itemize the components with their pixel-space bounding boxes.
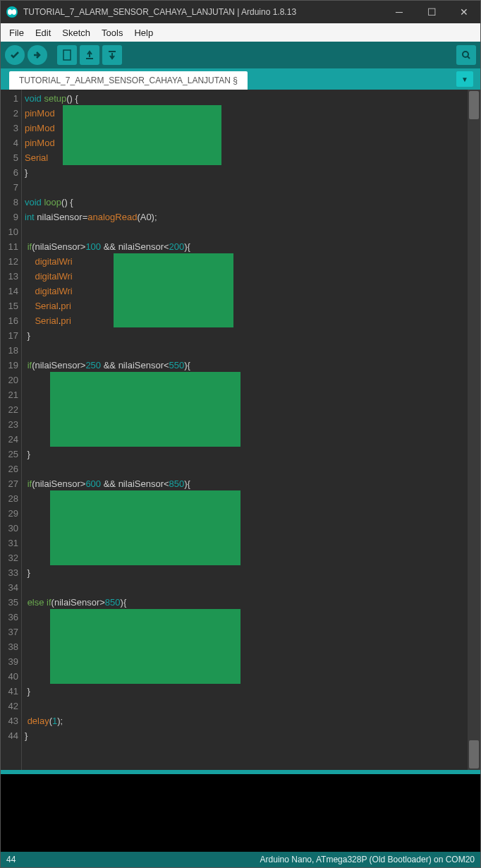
- status-board-info: Arduino Nano, ATmega328P (Old Bootloader…: [260, 855, 475, 864]
- close-button[interactable]: ✕: [448, 1, 480, 23]
- redaction-block: [63, 105, 221, 165]
- code-line: void loop() {: [25, 195, 480, 210]
- scrollbar[interactable]: [468, 90, 480, 770]
- redaction-block: [50, 609, 240, 684]
- scroll-thumb-bottom[interactable]: [469, 740, 479, 768]
- code-line: if(nilaiSensor>100 && nilaiSensor<200){: [25, 239, 480, 254]
- code-line: delay(1);: [25, 713, 480, 728]
- code-line: [25, 180, 480, 195]
- svg-rect-2: [109, 51, 116, 52]
- code-line: }: [25, 728, 480, 743]
- toolbar: [1, 42, 480, 68]
- code-line: }: [25, 165, 480, 180]
- sketch-tab[interactable]: TUTORIAL_7_ALARM_SENSOR_CAHAYA_LANJUTAN …: [9, 71, 248, 90]
- code-line: if(nilaiSensor>250 && nilaiSensor<550){: [25, 358, 480, 373]
- code-line: if(nilaiSensor>600 && nilaiSensor<850){: [25, 476, 480, 491]
- status-line-number: 44: [6, 855, 16, 864]
- console-output: [1, 774, 480, 852]
- tabbar: TUTORIAL_7_ALARM_SENSOR_CAHAYA_LANJUTAN …: [1, 68, 480, 90]
- code-line: [25, 462, 480, 476]
- code-line: void setup() {: [25, 91, 480, 106]
- menubar: File Edit Sketch Tools Help: [1, 23, 480, 42]
- menu-file[interactable]: File: [4, 25, 30, 41]
- code-line: }: [25, 328, 480, 343]
- code-line: digitalWri: [25, 269, 480, 284]
- save-button[interactable]: [102, 45, 122, 65]
- window-title: TUTORIAL_7_ALARM_SENSOR_CAHAYA_LANJUTAN …: [23, 7, 383, 17]
- tab-menu-button[interactable]: ▼: [456, 71, 473, 87]
- editor: 1234567891011121314151617181920212223242…: [1, 90, 480, 770]
- open-button[interactable]: [80, 45, 99, 65]
- upload-button[interactable]: [28, 45, 47, 65]
- code-line: [25, 580, 480, 595]
- code-line: [25, 343, 480, 358]
- code-line: }: [25, 565, 480, 580]
- code-line: else if(nilaiSensor>850){: [25, 595, 480, 610]
- code-line: int nilaiSensor=analogRead(A0);: [25, 210, 480, 224]
- redaction-block: [50, 490, 240, 565]
- minimize-button[interactable]: ─: [383, 1, 415, 23]
- code-line: digitalWri: [25, 254, 480, 269]
- redaction-block: [50, 372, 240, 447]
- code-line: digitalWri: [25, 284, 480, 299]
- svg-rect-0: [63, 50, 71, 60]
- serial-monitor-button[interactable]: [456, 45, 476, 65]
- arduino-logo-icon: [6, 6, 18, 18]
- menu-tools[interactable]: Tools: [96, 25, 128, 41]
- code-line: Serial.pri );: [25, 299, 480, 313]
- titlebar: TUTORIAL_7_ALARM_SENSOR_CAHAYA_LANJUTAN …: [1, 1, 480, 23]
- line-gutter: 1234567891011121314151617181920212223242…: [1, 90, 22, 770]
- code-line: [25, 699, 480, 713]
- maximize-button[interactable]: ☐: [415, 1, 448, 23]
- statusbar: 44 Arduino Nano, ATmega328P (Old Bootloa…: [1, 852, 480, 867]
- redaction-block: [114, 253, 233, 327]
- menu-edit[interactable]: Edit: [30, 25, 56, 41]
- scroll-thumb-top[interactable]: [469, 91, 479, 119]
- svg-point-3: [463, 52, 468, 57]
- code-line: [25, 224, 480, 239]
- code-area[interactable]: void setup() {pinModpinModpinModSerial}v…: [22, 90, 480, 770]
- menu-help[interactable]: Help: [128, 25, 159, 41]
- menu-sketch[interactable]: Sketch: [56, 25, 96, 41]
- svg-rect-1: [86, 58, 93, 59]
- code-line: }: [25, 447, 480, 462]
- new-button[interactable]: [57, 45, 77, 65]
- window-controls: ─ ☐ ✕: [383, 1, 480, 23]
- code-line: Serial.pri: [25, 313, 480, 328]
- verify-button[interactable]: [5, 45, 25, 65]
- code-line: }: [25, 684, 480, 699]
